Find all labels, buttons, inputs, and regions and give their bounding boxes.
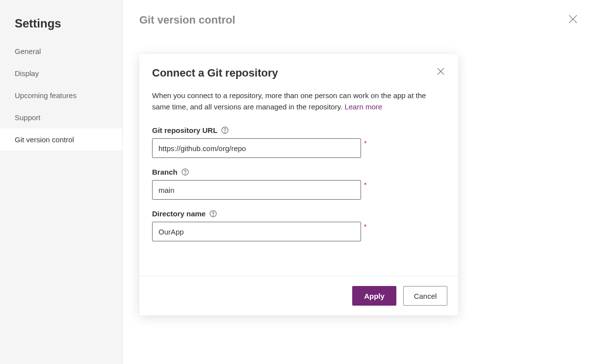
repo-url-label-row: Git repository URL: [152, 126, 445, 134]
required-indicator: *: [364, 181, 366, 189]
required-indicator: *: [364, 139, 366, 147]
branch-input[interactable]: [152, 180, 361, 200]
svg-point-5: [225, 132, 225, 132]
modal-description: When you connect to a repository, more t…: [152, 90, 445, 112]
sidebar-item-support[interactable]: Support: [0, 106, 122, 129]
apply-button[interactable]: Apply: [352, 286, 396, 306]
learn-more-link[interactable]: Learn more: [344, 103, 382, 111]
modal-title: Connect a Git repository: [152, 67, 278, 79]
sidebar-item-label: Upcoming features: [15, 91, 77, 100]
svg-point-7: [185, 174, 185, 174]
required-indicator: *: [364, 223, 366, 231]
sidebar-nav: General Display Upcoming features Suppor…: [0, 40, 122, 151]
page-title: Git version control: [139, 14, 235, 26]
directory-input-row: *: [152, 222, 445, 241]
repo-url-input[interactable]: [152, 138, 361, 158]
modal-description-text: When you connect to a repository, more t…: [152, 91, 426, 111]
page-header: Git version control: [123, 0, 596, 32]
modal-header: Connect a Git repository: [152, 67, 445, 79]
branch-label: Branch: [152, 168, 178, 176]
help-icon[interactable]: [181, 168, 189, 176]
help-icon[interactable]: [209, 210, 217, 217]
svg-point-9: [213, 215, 213, 216]
sidebar-item-git-version-control[interactable]: Git version control: [0, 129, 122, 151]
sidebar-item-label: Git version control: [15, 135, 74, 144]
page-close-button[interactable]: [567, 13, 579, 27]
close-icon: [437, 68, 444, 75]
sidebar-item-display[interactable]: Display: [0, 62, 122, 84]
directory-label: Directory name: [152, 209, 206, 218]
sidebar-item-general[interactable]: General: [0, 40, 122, 62]
modal-close-button[interactable]: [436, 67, 445, 78]
directory-label-row: Directory name: [152, 209, 445, 218]
close-icon: [569, 15, 577, 24]
modal-footer: Apply Cancel: [139, 276, 458, 315]
modal-body: Connect a Git repository When you connec…: [139, 54, 458, 276]
settings-sidebar: Settings General Display Upcoming featur…: [0, 0, 123, 364]
repo-url-label: Git repository URL: [152, 126, 217, 134]
form-group-branch: Branch *: [152, 168, 445, 200]
form-group-directory: Directory name *: [152, 209, 445, 241]
repo-url-input-row: *: [152, 138, 445, 158]
sidebar-item-label: Support: [15, 113, 41, 122]
help-icon[interactable]: [221, 127, 229, 134]
sidebar-item-upcoming-features[interactable]: Upcoming features: [0, 84, 122, 106]
directory-input[interactable]: [152, 222, 361, 241]
form-group-repo-url: Git repository URL *: [152, 126, 445, 158]
sidebar-title: Settings: [0, 0, 122, 40]
sidebar-item-label: General: [15, 47, 41, 55]
cancel-button[interactable]: Cancel: [403, 286, 447, 306]
connect-git-modal: Connect a Git repository When you connec…: [139, 54, 458, 315]
branch-input-row: *: [152, 180, 445, 200]
branch-label-row: Branch: [152, 168, 445, 176]
sidebar-item-label: Display: [15, 69, 39, 78]
